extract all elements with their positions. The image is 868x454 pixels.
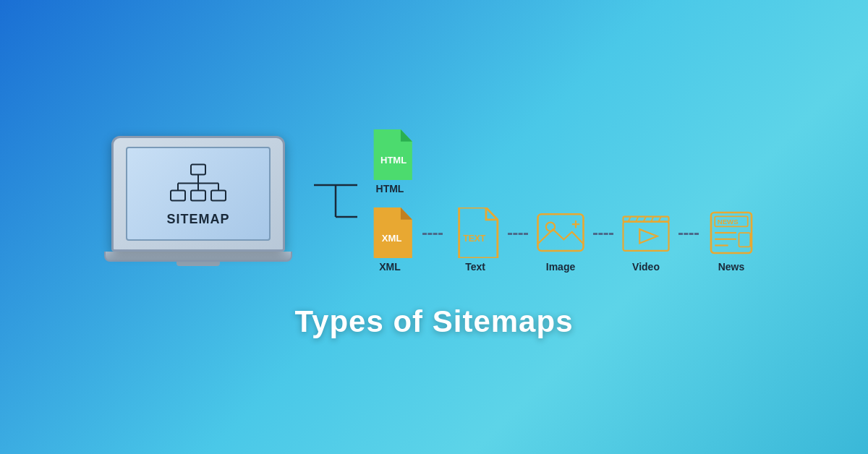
svg-marker-27	[639, 229, 658, 243]
svg-text:HTML: HTML	[380, 155, 406, 166]
items-section: HTML HTML XML XML	[357, 129, 764, 273]
html-row: HTML HTML	[357, 129, 422, 194]
image-label: Image	[546, 261, 575, 273]
news-icon: NEWS	[706, 207, 757, 258]
svg-rect-6	[171, 190, 185, 200]
svg-rect-8	[211, 190, 226, 200]
svg-rect-7	[191, 190, 205, 200]
image-item: Image	[528, 207, 593, 273]
svg-text:XML: XML	[381, 233, 401, 244]
sitemap-label: SITEMAP	[166, 212, 229, 227]
svg-text:NEWS: NEWS	[718, 218, 739, 226]
text-label: Text	[465, 261, 485, 273]
xml-icon: XML	[367, 207, 414, 258]
branch-connector	[314, 158, 357, 244]
video-item: Video	[613, 207, 678, 273]
svg-rect-16	[538, 214, 584, 251]
xml-row: XML XML TEXT Text	[357, 207, 764, 273]
video-label: Video	[632, 261, 660, 273]
image-icon	[535, 207, 586, 258]
dash-1	[422, 233, 443, 235]
svg-rect-26	[624, 222, 669, 251]
laptop-screen: SITEMAP	[126, 147, 271, 241]
main-content: SITEMAP	[0, 115, 868, 287]
text-icon: TEXT	[452, 207, 499, 258]
branch-lines-svg	[314, 158, 357, 244]
xml-label: XML	[379, 261, 401, 273]
svg-rect-0	[191, 164, 205, 174]
laptop: SITEMAP	[111, 136, 285, 252]
text-item: TEXT Text	[443, 207, 508, 273]
dash-3	[593, 233, 613, 235]
video-icon	[621, 207, 671, 258]
laptop-wrapper: SITEMAP	[104, 136, 292, 266]
page-title: Types of Sitemaps	[295, 304, 574, 339]
html-label: HTML	[376, 183, 404, 194]
laptop-stand	[176, 262, 220, 266]
svg-rect-34	[739, 233, 751, 247]
sitemap-tree-icon	[169, 161, 227, 212]
xml-item: XML XML	[357, 207, 422, 273]
dash-4	[678, 233, 699, 235]
news-label: News	[718, 261, 745, 273]
news-item: NEWS News	[699, 207, 764, 273]
laptop-base	[104, 252, 292, 262]
html-icon: HTML	[367, 129, 414, 180]
svg-text:TEXT: TEXT	[463, 234, 486, 244]
dash-2	[508, 233, 528, 235]
html-item: HTML HTML	[357, 129, 422, 194]
